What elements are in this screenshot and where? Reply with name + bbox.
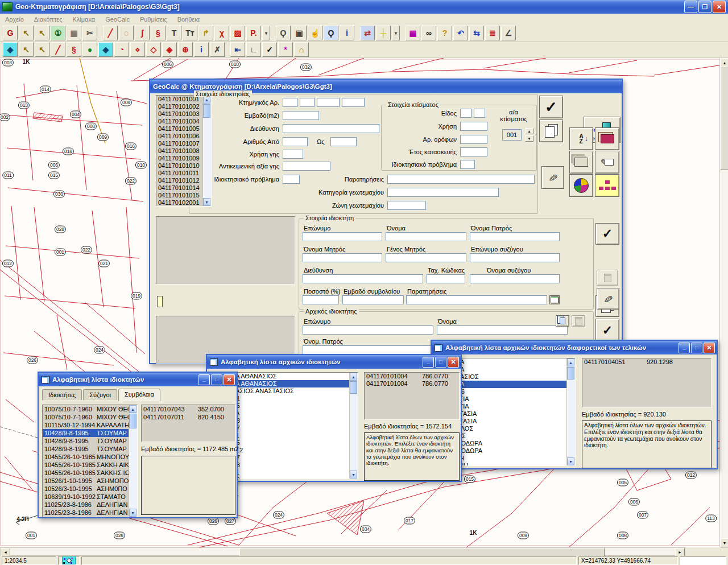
tool-select-plus-icon[interactable]: ↖ [19,26,34,40]
contracts-listbox[interactable]: 10075/10-7-1960 ΜΙΧΟΥ ΘΕΟ 10075/10-7-196… [42,405,138,517]
scroll-down-icon[interactable]: ▼ [720,538,728,547]
tool-pick-icon[interactable]: ↖ [19,42,34,57]
contract-row[interactable]: 10455/26-10-1985 ΜΗΝΟΠΟΥ [43,453,129,461]
contract-row[interactable]: 10526/1-10-1995 ΑΣΗΜΟΠΟ [43,477,129,485]
status-input[interactable] [680,556,726,565]
number-from-input[interactable] [283,137,308,146]
parcel-row[interactable]: 041170107043 352.0700 [142,405,235,413]
map-vertical-scrollbar[interactable]: ▲ ▼ [719,58,728,547]
tool-undo-icon[interactable]: ↶ [453,26,468,40]
paste-owner-button[interactable] [597,270,618,286]
parcel-zone-input[interactable] [387,201,426,210]
close-button[interactable]: ✕ [713,1,726,13]
contract-row[interactable]: 10115/30-12-1994. ΚΑΡΑΛΑΤΗ [43,421,129,429]
close-button[interactable]: ✕ [448,357,459,368]
tool-transfer-icon[interactable]: ⇆ [469,26,484,40]
sign-owner-button[interactable] [597,288,619,310]
contract-row[interactable]: 10639/19-10-1992 ΣΤΑΜΑΤΟ [43,493,129,501]
contract-row[interactable]: 10428/9-8-1995 ΤΣΟΥΜΑΡ [43,437,129,445]
tool-colors-icon[interactable]: * [278,42,293,57]
tool-axis-dropdown[interactable]: ▾ [392,26,400,40]
spouse-surname-input[interactable] [470,253,560,262]
minimize-button[interactable]: _ [198,374,210,385]
scroll-up-icon[interactable]: ▲ [129,405,136,413]
contract-row[interactable]: 10455/26-10-1985 ΣΑΚΚΗ ΑΙΚ [43,461,129,469]
tool-corner-icon[interactable]: ∟ [246,42,261,57]
confirm-property-button[interactable] [539,96,563,118]
contract-row[interactable]: 10455/26-10-1985 ΣΑΚΚΗΣ ΙΩ [43,469,129,477]
map-horizontal-scrollbar[interactable]: ◄ ► [0,547,685,556]
scroll-thumb[interactable] [567,367,574,380]
number-to-input[interactable] [330,137,357,146]
tool-nodes-icon[interactable]: ⋄ [130,42,145,57]
mother-family-input[interactable] [386,253,466,262]
restore-button[interactable]: ❐ [698,1,712,13]
land-value-input[interactable] [283,162,330,171]
tool-palette-icon[interactable]: ▦ [406,26,420,40]
list-scrollbar[interactable]: ▲ ▼ [349,373,358,479]
menu-item[interactable]: Αρχείο [0,15,29,24]
tool-point-icon[interactable]: P. [246,26,261,40]
maximize-button[interactable]: □ [691,343,702,353]
construction-year-input[interactable] [460,147,487,156]
tool-pan-hand-icon[interactable]: ☝ [308,26,322,40]
initial-father-input[interactable] [303,345,433,354]
parcel-row[interactable]: 041170101004 786.0770 [365,380,459,387]
owner-parcels-listbox[interactable]: 041170107043 352.0700 041170107011 820.4… [141,405,235,442]
tool-point-dropdown[interactable]: ▾ [262,26,270,40]
contract-row[interactable]: 10428/9-8-1995 ΤΣΟΥΜΑΡ [43,429,129,437]
parcel-row[interactable]: 041170104051 920.1298 [582,358,711,366]
tool-help-icon[interactable]: ? [437,26,452,40]
tool-hatch-icon[interactable]: ▨ [230,26,245,40]
menu-item[interactable]: Κλίμακα [67,15,100,24]
scroll-down-icon[interactable]: ▼ [567,457,574,465]
contract-row[interactable]: 10428/9-8-1995 ΤΣΟΥΜΑΡ [43,445,129,453]
note-button[interactable] [549,295,560,304]
floors-input[interactable] [460,135,487,144]
building-kind-input-1[interactable] [460,109,471,118]
card-stack-button[interactable] [569,151,593,174]
tool-layer-globe-icon[interactable]: ① [51,26,65,40]
owner-remarks-input[interactable] [406,295,547,304]
maximize-button[interactable]: □ [211,374,222,385]
initial-owner-parcels-listbox[interactable]: 041170101004 786.0770 041170101004 786.0… [364,372,460,420]
spinner-down-icon[interactable]: ▼ [525,135,533,142]
tool-draw-circle-icon[interactable]: ◌ [119,26,134,40]
building-problem-input[interactable] [460,160,475,169]
contract-row[interactable]: 11025/23-8-1986 ΔΕΛΗΓΙΑΝ [43,509,129,517]
scroll-up-icon[interactable]: ▲ [567,358,574,366]
print-cards-button[interactable] [595,127,619,150]
tool-back-screen-icon[interactable]: ⇤ [230,42,245,57]
tool-draw-line-icon[interactable]: ╱ [103,26,118,40]
tool-rotate-icon[interactable]: ◔ [114,42,129,57]
scroll-down-icon[interactable]: ▼ [129,509,136,517]
ktim-input-3[interactable] [317,98,340,107]
paste-initial-button[interactable] [572,315,585,327]
print-notes-button[interactable] [595,151,619,174]
ktim-input-4[interactable] [342,98,365,107]
ownership-problem-input[interactable] [283,175,300,184]
contract-row[interactable]: 10075/10-7-1960 ΜΙΧΟΥ ΘΕΟ [43,413,129,421]
owner-mother-input[interactable] [303,253,382,262]
scroll-thumb[interactable] [129,414,136,428]
menu-item[interactable]: Βοήθεια [172,15,205,24]
ktim-input-2[interactable] [300,98,315,107]
close-button[interactable]: ✕ [224,374,235,385]
list-scrollbar[interactable]: ▲ ▼ [566,358,575,465]
scroll-up-icon[interactable]: ▲ [720,58,728,67]
initial-owners-dialog-title[interactable]: Αλφαβητική λίστα αρχικών ιδιοκτητών _ □ … [207,355,461,369]
tool-text-format-icon[interactable]: Tт [183,26,197,40]
tool-info2-icon[interactable]: i [194,42,209,57]
menu-item[interactable]: Διακόπτες [29,15,68,24]
tool-grid-icon[interactable]: ▦ [67,26,81,40]
scroll-thumb[interactable] [239,548,605,556]
remarks-input[interactable] [387,175,535,184]
tab-contracts[interactable]: Συμβόλαια [118,389,160,401]
tool-leader-icon[interactable]: ↱ [198,26,213,40]
copy-record-button[interactable] [539,119,563,142]
tool-area-green-icon[interactable]: ● [82,42,97,57]
menu-item[interactable]: Ρυθμίσεις [135,15,172,24]
parcel-row[interactable]: 041170107011 820.4150 [142,413,235,421]
initial-name-input[interactable] [437,325,568,335]
tool-viewport-icon[interactable]: ▣ [292,26,307,40]
